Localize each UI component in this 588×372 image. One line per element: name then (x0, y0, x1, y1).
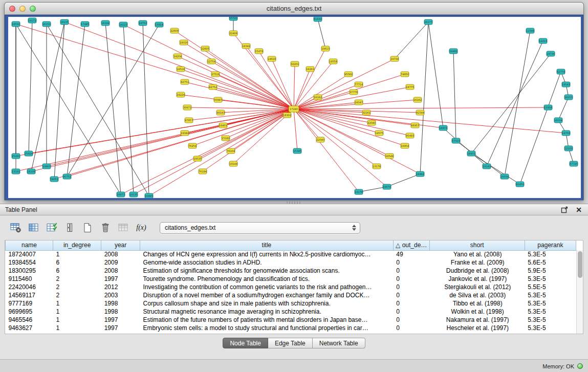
graph-node[interactable] (129, 192, 138, 197)
graph-edge[interactable] (105, 23, 121, 194)
table-cell[interactable]: 5.3E-5 (525, 299, 576, 308)
graph-edge[interactable] (47, 24, 149, 196)
graph-node[interactable] (193, 156, 202, 161)
graph-node[interactable] (201, 46, 209, 51)
graph-edge[interactable] (395, 22, 428, 59)
graph-edge[interactable] (29, 109, 294, 154)
table-row[interactable]: 1830029562008Estimation of significance … (6, 267, 576, 275)
table-row[interactable]: 946554611997Estimation of the future num… (6, 316, 576, 324)
graph-node[interactable] (413, 97, 422, 102)
window-titlebar[interactable]: citations_edges.txt (5, 3, 583, 15)
graph-edge[interactable] (456, 141, 505, 177)
graph-node[interactable] (416, 171, 424, 177)
graph-edge[interactable] (175, 31, 294, 109)
graph-node[interactable] (554, 118, 562, 123)
table-cell[interactable]: 18300295 (6, 267, 53, 275)
graph-node[interactable] (500, 174, 509, 179)
graph-node[interactable] (401, 72, 409, 77)
graph-node[interactable] (28, 18, 36, 23)
graph-edge[interactable] (294, 109, 405, 146)
table-cell[interactable]: Dudbridge et al. (2008) (429, 267, 525, 275)
graph-node[interactable] (177, 67, 185, 72)
graph-node[interactable] (185, 118, 193, 123)
graph-node[interactable] (50, 177, 58, 182)
table-cell[interactable]: 0 (393, 316, 429, 324)
graph-edge[interactable] (294, 109, 297, 151)
graph-edge[interactable] (149, 109, 294, 196)
table-cell[interactable]: Tourette syndrome. Phenomenology and cla… (140, 275, 394, 283)
graph-node[interactable] (424, 19, 432, 25)
graph-node[interactable] (155, 22, 163, 27)
graph-node[interactable] (170, 28, 179, 33)
table-cell[interactable]: Wolkin et al. (1998) (429, 308, 525, 316)
graph-node[interactable] (314, 17, 322, 21)
table-cell[interactable]: 0 (393, 324, 429, 332)
graph-edge[interactable] (213, 87, 294, 109)
graph-edge[interactable] (187, 107, 294, 109)
graph-edge[interactable] (294, 74, 405, 109)
graph-node[interactable] (242, 43, 250, 49)
graph-node[interactable] (117, 192, 125, 197)
table-cell[interactable]: 2 (53, 275, 101, 283)
tab-edge-table[interactable]: Edge Table (268, 338, 313, 348)
graph-node[interactable] (314, 95, 322, 100)
table-cell[interactable]: 19384554 (6, 258, 53, 267)
table-row[interactable]: 969969511998Structural magnetic resonanc… (6, 308, 576, 316)
graph-node[interactable] (229, 17, 237, 20)
graph-node[interactable] (181, 130, 189, 136)
graph-node[interactable] (306, 67, 314, 72)
table-cell[interactable]: 1 (53, 308, 101, 316)
graph-node[interactable] (207, 59, 215, 64)
graph-node[interactable] (562, 130, 570, 136)
graph-node[interactable] (219, 123, 227, 128)
table-cell[interactable]: Nakamura et al. (1997) (429, 316, 525, 324)
graph-node[interactable] (268, 56, 276, 61)
graph-node[interactable] (188, 143, 197, 148)
graph-edge[interactable] (520, 72, 561, 184)
table-cell[interactable]: 9777169 (6, 299, 53, 308)
table-cell[interactable]: 2009 (101, 258, 140, 267)
graph-edge[interactable] (294, 109, 566, 133)
table-cell[interactable]: 1 (53, 250, 101, 258)
table-cell[interactable]: Embryonic stem cells: a model to study s… (140, 324, 394, 332)
table-row[interactable]: 977716911998Corpus callosum shape and si… (6, 299, 576, 308)
graph-node[interactable] (483, 164, 491, 169)
graph-edge[interactable] (67, 24, 85, 177)
column-header-name[interactable]: name (6, 240, 53, 250)
graph-edge[interactable] (184, 42, 294, 109)
graph-edge[interactable] (294, 107, 548, 109)
zoom-window-button[interactable] (30, 6, 36, 12)
graph-edge[interactable] (505, 31, 530, 177)
graph-node[interactable] (180, 40, 188, 45)
table-cell[interactable]: 2 (53, 291, 101, 299)
graph-node[interactable] (539, 38, 547, 43)
table-cell[interactable]: 5.6E-5 (525, 258, 576, 267)
table-cell[interactable]: Stergiakouli et al. (2012) (429, 283, 525, 291)
graph-node[interactable] (214, 97, 222, 102)
minimize-window-button[interactable] (19, 6, 26, 12)
table-cell[interactable]: 0 (393, 267, 429, 275)
graph-node[interactable] (12, 154, 20, 159)
graph-edge[interactable] (16, 109, 294, 171)
table-cell[interactable]: de Silva et al. (2003) (429, 291, 525, 299)
graph-node[interactable] (564, 146, 573, 151)
graph-node[interactable] (564, 95, 573, 100)
table-cell[interactable]: 0 (393, 275, 429, 283)
table-cell[interactable]: 5.3E-5 (525, 250, 576, 258)
column-header-short[interactable]: short (429, 240, 525, 250)
graph-edge[interactable] (471, 54, 551, 154)
graph-node[interactable] (367, 120, 376, 125)
graph-node[interactable] (344, 72, 353, 77)
graph-node[interactable] (27, 169, 35, 174)
column-header-pagerank[interactable]: pagerank (525, 240, 576, 250)
graph-edge[interactable] (67, 109, 294, 177)
table-cell[interactable]: 1997 (101, 275, 140, 283)
graph-node[interactable] (119, 22, 127, 27)
graph-node[interactable] (291, 61, 299, 67)
table-cell[interactable]: 18724007 (6, 250, 53, 258)
table-cell[interactable]: Hescheler et al. (1997) (429, 324, 525, 332)
graph-node[interactable] (289, 106, 299, 112)
graph-node[interactable] (406, 84, 414, 90)
table-cell[interactable]: 6 (53, 267, 101, 275)
graph-node[interactable] (562, 82, 570, 87)
